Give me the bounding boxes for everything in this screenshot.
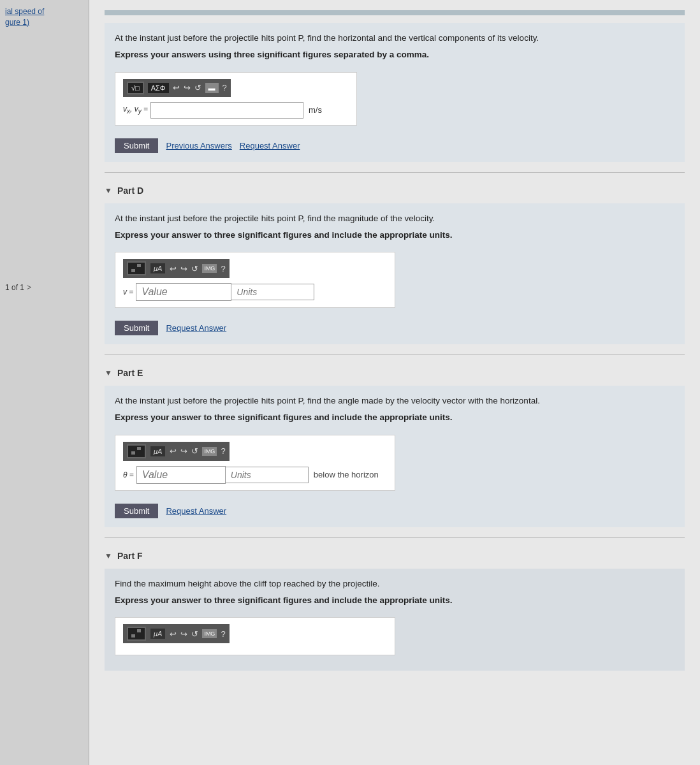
top-bar bbox=[105, 10, 685, 15]
part-f-mu-btn[interactable]: μΑ bbox=[150, 628, 166, 639]
part-e-question: At the instant just before the projectil… bbox=[115, 395, 674, 407]
part-e-header: ▼ Part E bbox=[105, 368, 685, 378]
part-d-undo-btn[interactable]: ↩ bbox=[170, 264, 177, 273]
part-d-img-btn[interactable]: IMG bbox=[202, 264, 217, 273]
part-e-redo-btn[interactable]: ↪ bbox=[180, 446, 187, 456]
part-e-label: Part E bbox=[117, 368, 143, 378]
part-d-question: At the instant just before the projectil… bbox=[115, 212, 674, 225]
part-e-img-btn[interactable]: IMG bbox=[202, 447, 217, 456]
sqrt-icon: √□ bbox=[131, 84, 140, 92]
section-c-unit: m/s bbox=[309, 105, 322, 115]
part-f-help-icon: ? bbox=[221, 629, 225, 639]
part-f-grid-icon bbox=[131, 629, 142, 638]
part-e-content: At the instant just before the projectil… bbox=[105, 386, 685, 527]
part-d-input-label: v = bbox=[123, 288, 133, 296]
undo-btn[interactable]: ↩ bbox=[173, 83, 180, 92]
part-d-instruction: Express your answer to three significant… bbox=[115, 229, 674, 242]
sqrt-btn[interactable]: √□ bbox=[127, 82, 144, 94]
part-d-input-row: v = bbox=[123, 283, 387, 301]
part-e-grid-btn[interactable] bbox=[127, 444, 146, 458]
pagination-text: 1 of 1 bbox=[5, 283, 24, 292]
section-c-input-label: vx, vy = bbox=[123, 105, 148, 115]
divider-de bbox=[105, 354, 685, 355]
section-c-request-answer[interactable]: Request Answer bbox=[240, 141, 300, 150]
part-e-instruction: Express your answer to three significant… bbox=[115, 411, 674, 424]
part-f-label: Part F bbox=[117, 551, 143, 561]
part-d-submit-btn[interactable]: Submit bbox=[115, 321, 158, 335]
part-f-question: Find the maximum height above the cliff … bbox=[115, 578, 674, 590]
help-icon: ? bbox=[222, 83, 227, 92]
part-f-redo-btn[interactable]: ↪ bbox=[180, 629, 187, 639]
section-c-question: At the instant just before the projectil… bbox=[115, 32, 674, 45]
section-c-toolbar: √□ ΑΣΦ ↩ ↪ ↺ ▬ ? bbox=[123, 79, 231, 97]
part-e-toolbar: μΑ ↩ ↪ ↺ IMG ? bbox=[123, 442, 230, 461]
part-e-submit-btn[interactable]: Submit bbox=[115, 504, 158, 518]
section-c-prev-answers[interactable]: Previous Answers bbox=[166, 141, 231, 150]
part-d-label: Part D bbox=[117, 186, 143, 196]
part-e-submit-row: Submit Request Answer bbox=[115, 504, 674, 518]
section-c-submit-btn[interactable]: Submit bbox=[115, 138, 158, 153]
part-e-request-answer[interactable]: Request Answer bbox=[166, 506, 226, 516]
part-e-input-row: θ = below the horizon bbox=[123, 466, 387, 484]
part-e-help-icon: ? bbox=[221, 446, 225, 456]
part-f-img-btn[interactable]: IMG bbox=[202, 629, 217, 638]
part-f-instruction: Express your answer to three significant… bbox=[115, 594, 674, 607]
part-d-request-answer[interactable]: Request Answer bbox=[166, 323, 226, 333]
part-d-help-icon: ? bbox=[221, 264, 225, 273]
part-e-section: ▼ Part E At the instant just before the … bbox=[105, 368, 685, 527]
part-d-header: ▼ Part D bbox=[105, 186, 685, 196]
part-d-answer-box: μΑ ↩ ↪ ↺ IMG ? v = bbox=[115, 252, 395, 308]
divider-ef bbox=[105, 537, 685, 538]
part-e-arrow[interactable]: ▼ bbox=[105, 368, 112, 377]
img-btn[interactable]: ▬ bbox=[205, 83, 219, 93]
divider-cd bbox=[105, 172, 685, 173]
sidebar-pagination: 1 of 1 > bbox=[5, 283, 84, 292]
part-e-reset-btn[interactable]: ↺ bbox=[191, 446, 198, 456]
sidebar: ial speed of gure 1) 1 of 1 > bbox=[0, 0, 89, 765]
part-f-mu-icon: μΑ bbox=[154, 630, 162, 638]
redo-btn[interactable]: ↪ bbox=[184, 83, 191, 92]
sidebar-link-1[interactable]: ial speed of bbox=[5, 6, 84, 17]
main-content: At the instant just before the projectil… bbox=[89, 0, 700, 765]
part-e-value-input[interactable] bbox=[136, 466, 226, 484]
part-f-content: Find the maximum height above the cliff … bbox=[105, 569, 685, 671]
part-e-answer-box: μΑ ↩ ↪ ↺ IMG ? θ = below the horizon bbox=[115, 435, 395, 491]
lambda-icon: ΑΣΦ bbox=[151, 84, 166, 92]
part-e-units-input[interactable] bbox=[226, 467, 309, 483]
part-e-grid-icon bbox=[131, 447, 142, 456]
part-d-grid-btn[interactable] bbox=[127, 261, 146, 275]
part-d-value-input[interactable] bbox=[136, 283, 231, 301]
lambda-btn[interactable]: ΑΣΦ bbox=[148, 83, 169, 93]
part-f-undo-btn[interactable]: ↩ bbox=[170, 629, 177, 639]
part-d-reset-btn[interactable]: ↺ bbox=[191, 264, 198, 273]
section-c-submit-row: Submit Previous Answers Request Answer bbox=[115, 138, 674, 153]
part-f-answer-box: μΑ ↩ ↪ ↺ IMG ? bbox=[115, 617, 395, 655]
part-e-suffix: below the horizon bbox=[314, 470, 379, 479]
grid-icon bbox=[131, 264, 142, 273]
mu-icon: μΑ bbox=[154, 265, 162, 272]
part-e-undo-btn[interactable]: ↩ bbox=[170, 446, 177, 456]
part-f-arrow[interactable]: ▼ bbox=[105, 551, 112, 560]
part-f-section: ▼ Part F Find the maximum height above t… bbox=[105, 551, 685, 671]
part-d-mu-btn[interactable]: μΑ bbox=[150, 263, 166, 274]
part-e-mu-icon: μΑ bbox=[154, 448, 162, 455]
part-e-input-label: θ = bbox=[123, 470, 134, 479]
sidebar-link-2[interactable]: gure 1) bbox=[5, 17, 84, 28]
part-d-arrow[interactable]: ▼ bbox=[105, 186, 112, 195]
section-c-answer-box: √□ ΑΣΦ ↩ ↪ ↺ ▬ ? vx, vy = bbox=[115, 72, 357, 126]
pagination-next[interactable]: > bbox=[27, 283, 31, 292]
section-c-input[interactable] bbox=[150, 102, 303, 119]
section-c-input-row: vx, vy = m/s bbox=[123, 102, 349, 119]
part-d-units-input[interactable] bbox=[231, 284, 314, 300]
part-f-reset-btn[interactable]: ↺ bbox=[191, 629, 198, 639]
part-d-toolbar: μΑ ↩ ↪ ↺ IMG ? bbox=[123, 259, 230, 278]
part-d-redo-btn[interactable]: ↪ bbox=[180, 264, 187, 273]
part-d-submit-row: Submit Request Answer bbox=[115, 321, 674, 335]
part-d-content: At the instant just before the projectil… bbox=[105, 203, 685, 345]
section-c-instruction: Express your answers using three signifi… bbox=[115, 48, 674, 61]
reset-btn[interactable]: ↺ bbox=[194, 83, 201, 92]
part-f-header: ▼ Part F bbox=[105, 551, 685, 561]
part-e-mu-btn[interactable]: μΑ bbox=[150, 446, 166, 457]
part-f-grid-btn[interactable] bbox=[127, 627, 146, 641]
part-f-toolbar: μΑ ↩ ↪ ↺ IMG ? bbox=[123, 624, 230, 643]
